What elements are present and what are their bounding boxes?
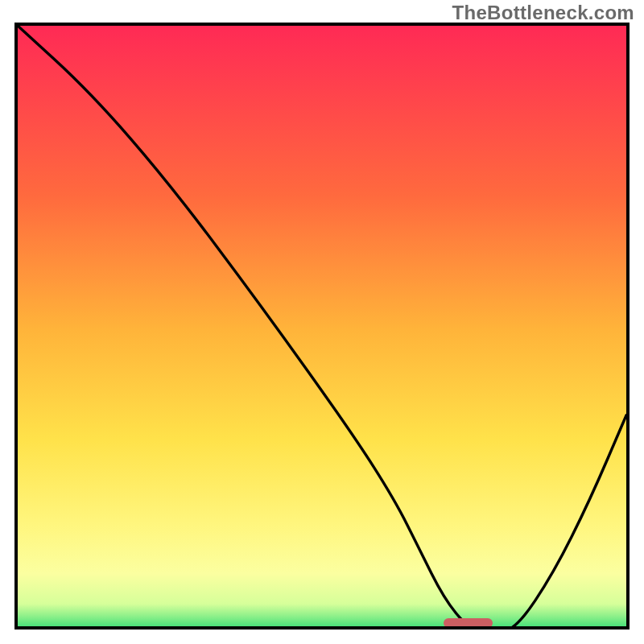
watermark-text: TheBottleneck.com (452, 2, 634, 24)
optimal-range-marker (444, 618, 492, 628)
chart-frame: TheBottleneck.com (0, 0, 644, 644)
bottleneck-curve (18, 26, 626, 630)
plot-area (14, 23, 630, 630)
